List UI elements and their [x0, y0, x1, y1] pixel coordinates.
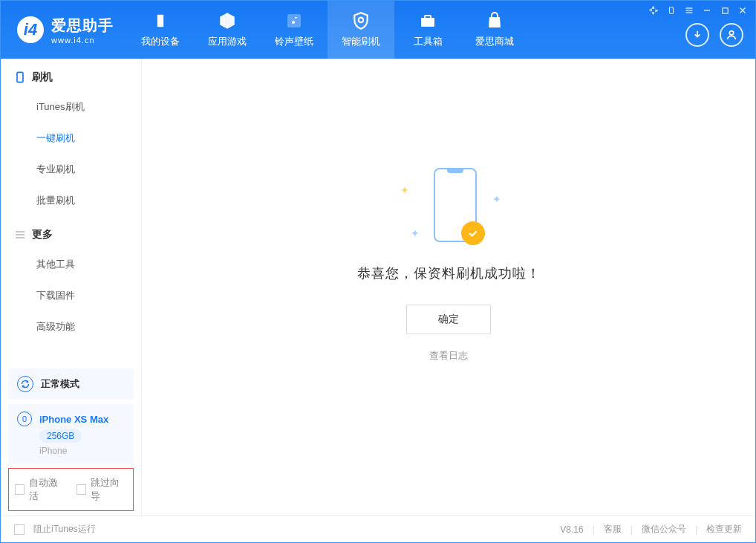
download-button[interactable]: [685, 23, 709, 47]
logo: i4 爱思助手 www.i4.cn: [1, 16, 127, 45]
checkbox-block-itunes[interactable]: 阻止iTunes运行: [14, 523, 96, 536]
nav-apps-games[interactable]: 应用游戏: [194, 1, 261, 59]
svg-rect-18: [23, 417, 26, 422]
success-illustration: ✦ ✦ ✦: [393, 168, 504, 250]
list-icon: [14, 229, 26, 241]
menu-icon[interactable]: [684, 5, 694, 16]
sidebar-item-other-tools[interactable]: 其他工具: [36, 249, 141, 280]
sidebar-item-advanced[interactable]: 高级功能: [36, 311, 141, 342]
minimize-button[interactable]: [702, 5, 712, 16]
ok-button[interactable]: 确定: [406, 305, 491, 334]
nav-toolbox[interactable]: 工具箱: [394, 1, 461, 59]
device-card[interactable]: iPhone XS Max 256GB iPhone: [8, 404, 134, 464]
phone-small-icon: [14, 71, 26, 83]
support-link[interactable]: 客服: [604, 523, 622, 536]
nav-my-device[interactable]: 我的设备: [127, 1, 194, 59]
shield-icon: [351, 11, 371, 30]
toolbox-icon: [418, 11, 437, 30]
phone-tiny-icon: [17, 412, 32, 426]
check-badge-icon: [461, 221, 485, 245]
svg-rect-14: [17, 72, 23, 82]
svg-rect-5: [722, 7, 727, 13]
sparkle-icon: ✦: [411, 227, 420, 239]
sidebar-item-download-firmware[interactable]: 下载固件: [36, 280, 141, 311]
cube-icon: [218, 11, 237, 30]
section-title: 刷机: [32, 71, 53, 84]
sidebar-item-pro-flash[interactable]: 专业刷机: [36, 154, 141, 185]
svg-point-13: [729, 31, 733, 35]
header: i4 爱思助手 www.i4.cn 我的设备 应用游戏 铃声壁纸 智能刷机: [1, 1, 755, 59]
bottom-options: 自动激活 跳过向导: [8, 468, 134, 511]
sidebar-item-batch-flash[interactable]: 批量刷机: [36, 185, 141, 216]
sparkle-icon: ✦: [492, 193, 501, 205]
sidebar-item-oneclick-flash[interactable]: 一键刷机: [36, 123, 141, 154]
logo-icon: i4: [17, 16, 44, 43]
nav-label: 应用游戏: [208, 35, 247, 48]
sidebar: 刷机 iTunes刷机 一键刷机 专业刷机 批量刷机 更多 其他工具 下载固件 …: [1, 59, 142, 516]
sync-icon[interactable]: [648, 5, 659, 16]
device-capacity: 256GB: [39, 429, 82, 443]
device-icon: [151, 11, 170, 30]
view-log-link[interactable]: 查看日志: [429, 349, 468, 362]
brand-url: www.i4.cn: [51, 36, 114, 45]
sidebar-section-more: 更多: [1, 216, 141, 249]
nav-label: 我的设备: [141, 35, 180, 48]
chk-label: 阻止iTunes运行: [33, 523, 96, 536]
sparkle-icon: ✦: [400, 184, 409, 196]
svg-rect-8: [157, 15, 163, 27]
mode-label: 正常模式: [41, 377, 79, 391]
nav-store[interactable]: 爱思商城: [461, 1, 528, 59]
nav-label: 爱思商城: [475, 35, 514, 48]
checkbox-auto-activate[interactable]: 自动激活: [15, 476, 66, 503]
main-content: ✦ ✦ ✦ 恭喜您，保资料刷机成功啦！ 确定 查看日志: [142, 59, 755, 516]
device-name: iPhone XS Max: [39, 414, 108, 425]
checkbox-skip-guide[interactable]: 跳过向导: [76, 476, 128, 503]
wechat-link[interactable]: 微信公众号: [642, 523, 686, 536]
nav-label: 铃声壁纸: [275, 35, 313, 48]
footer: 阻止iTunes运行 V8.16 | 客服 | 微信公众号 | 检查更新: [1, 516, 755, 542]
section-title: 更多: [32, 228, 53, 241]
svg-rect-9: [287, 14, 301, 27]
chk-label: 跳过向导: [91, 476, 127, 503]
nav-label: 智能刷机: [342, 35, 380, 48]
chk-label: 自动激活: [29, 476, 65, 503]
close-button[interactable]: [737, 5, 748, 16]
svg-rect-12: [425, 16, 431, 19]
maximize-button[interactable]: [720, 5, 730, 16]
version-label: V8.16: [560, 524, 583, 535]
mode-card[interactable]: 正常模式: [8, 368, 134, 400]
update-link[interactable]: 检查更新: [706, 523, 742, 536]
phone-icon[interactable]: [666, 5, 677, 16]
svg-point-10: [359, 18, 364, 23]
nav-label: 工具箱: [414, 35, 443, 48]
sidebar-section-flash: 刷机: [1, 59, 141, 91]
svg-rect-0: [670, 7, 674, 13]
sidebar-item-itunes-flash[interactable]: iTunes刷机: [36, 91, 141, 123]
refresh-icon: [17, 376, 33, 392]
device-type: iPhone: [39, 446, 67, 456]
nav-flash[interactable]: 智能刷机: [328, 1, 394, 59]
success-message: 恭喜您，保资料刷机成功啦！: [357, 264, 541, 282]
brand-name: 爱思助手: [51, 16, 114, 36]
bag-icon: [485, 11, 504, 30]
nav-ringtones[interactable]: 铃声壁纸: [261, 1, 328, 59]
music-icon: [284, 11, 304, 30]
user-button[interactable]: [720, 23, 743, 47]
